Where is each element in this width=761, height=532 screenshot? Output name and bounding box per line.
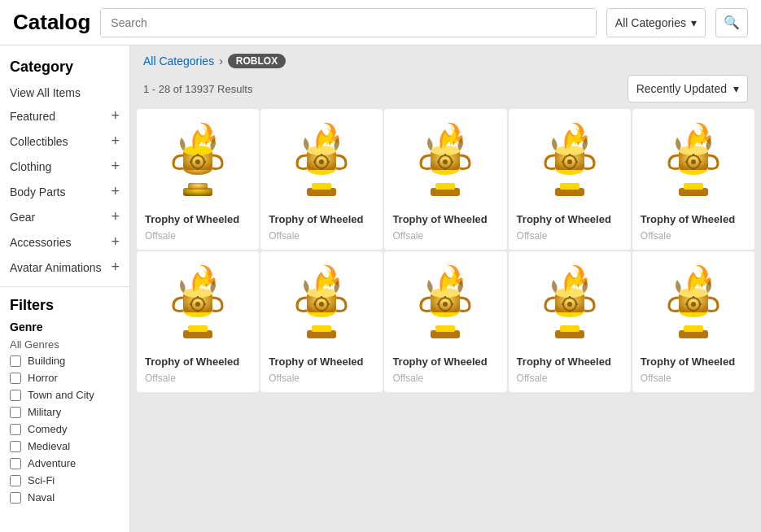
svg-rect-78	[435, 325, 455, 332]
item-name: Trophy of Wheeled	[641, 213, 735, 227]
genre-label: Sci-Fi	[28, 474, 55, 486]
item-card[interactable]: Trophy of Wheeled Offsale	[137, 109, 259, 250]
sidebar-item-avatar-animations[interactable]: Avatar Animations +	[0, 255, 129, 280]
item-card[interactable]: Trophy of Wheeled Offsale	[632, 109, 754, 250]
item-card[interactable]: Trophy of Wheeled Offsale	[384, 109, 506, 250]
genre-checkbox-naval[interactable]	[10, 492, 21, 504]
trophy-icon	[661, 121, 726, 203]
genre-item-naval[interactable]: Naval	[0, 489, 129, 506]
genre-checkbox-comedy[interactable]	[10, 424, 21, 435]
genre-checkbox-adventure[interactable]	[10, 458, 21, 469]
sidebar-item-label: Collectibles	[10, 135, 68, 148]
genre-item-town-and-city[interactable]: Town and City	[0, 386, 129, 403]
genre-checkbox-medieval[interactable]	[10, 441, 21, 452]
sidebar-item-featured[interactable]: Featured +	[0, 103, 129, 129]
item-status: Offsale	[392, 373, 423, 384]
sidebar-item-clothing[interactable]: Clothing +	[0, 154, 129, 179]
genre-label: Medieval	[28, 440, 70, 452]
svg-point-6	[195, 159, 200, 164]
category-select[interactable]: All Categories ▾	[606, 8, 706, 37]
trophy-icon	[413, 264, 478, 345]
svg-rect-45	[684, 183, 703, 190]
item-name: Trophy of Wheeled	[641, 355, 735, 369]
sidebar-item-view-all[interactable]: View All Items	[0, 82, 129, 103]
content-header: All Categories › ROBLOX	[130, 46, 761, 73]
genre-checkbox-building[interactable]	[10, 355, 21, 367]
svg-point-94	[567, 302, 572, 307]
genre-item-military[interactable]: Military	[0, 403, 129, 421]
chevron-down-icon: ▾	[691, 16, 697, 29]
sidebar-item-body-parts[interactable]: Body Parts +	[0, 179, 129, 204]
results-count: 1 - 28 of 13937 Results	[143, 83, 252, 95]
genre-item-horror[interactable]: Horror	[0, 369, 129, 386]
sidebar-item-label: Accessories	[10, 236, 71, 249]
item-card[interactable]: Trophy of Wheeled Offsale	[509, 251, 631, 392]
sidebar-item-label: Body Parts	[10, 185, 65, 198]
sidebar-item-collectibles[interactable]: Collectibles +	[0, 129, 129, 154]
item-card[interactable]: Trophy of Wheeled Offsale	[260, 251, 383, 392]
item-image-area	[392, 117, 498, 207]
svg-rect-56	[188, 325, 208, 332]
item-image-area	[517, 259, 623, 349]
sort-chevron-icon: ▾	[733, 82, 739, 95]
genre-checkbox-sci-fi[interactable]	[10, 475, 21, 486]
item-status: Offsale	[517, 230, 548, 242]
item-image-area	[145, 259, 251, 349]
sidebar-item-label: Clothing	[10, 160, 51, 173]
svg-rect-100	[684, 325, 703, 332]
expand-icon: +	[111, 133, 120, 150]
item-card[interactable]: Trophy of Wheeled Offsale	[384, 251, 506, 392]
genre-checkbox-town-and-city[interactable]	[10, 390, 21, 401]
item-name: Trophy of Wheeled	[392, 355, 487, 369]
search-button[interactable]: 🔍	[715, 8, 748, 37]
sidebar-divider	[0, 286, 129, 287]
search-input[interactable]	[101, 9, 596, 37]
item-card[interactable]: Trophy of Wheeled Offsale	[509, 109, 631, 250]
results-row: 1 - 28 of 13937 Results Recently Updated…	[130, 73, 761, 109]
sidebar-item-accessories[interactable]: Accessories +	[0, 229, 129, 255]
filters-section-title: Filters	[0, 294, 129, 317]
item-image-area	[269, 117, 374, 207]
sidebar-item-gear[interactable]: Gear +	[0, 204, 129, 229]
svg-rect-34	[560, 183, 579, 190]
svg-point-83	[443, 302, 448, 307]
trophy-icon	[661, 264, 726, 345]
breadcrumb-all-categories[interactable]: All Categories	[143, 55, 214, 68]
item-status: Offsale	[517, 373, 548, 384]
genre-item-sci-fi[interactable]: Sci-Fi	[0, 472, 129, 489]
svg-rect-23	[435, 183, 455, 190]
trophy-icon	[537, 121, 602, 203]
genre-item-medieval[interactable]: Medieval	[0, 438, 129, 455]
sidebar-item-label: Avatar Animations	[10, 261, 102, 274]
item-image-area	[641, 259, 746, 349]
main-layout: Category View All Items Featured + Colle…	[0, 46, 761, 532]
header: Catalog All Categories ▾ 🔍	[0, 0, 761, 46]
svg-rect-89	[560, 325, 579, 332]
genre-label: Military	[28, 406, 61, 418]
item-card[interactable]: Trophy of Wheeled Offsale	[632, 251, 754, 392]
expand-icon: +	[111, 158, 120, 175]
item-card[interactable]: Trophy of Wheeled Offsale	[137, 251, 259, 392]
expand-icon: +	[111, 107, 120, 124]
genre-item-building[interactable]: Building	[0, 352, 129, 369]
item-status: Offsale	[392, 230, 423, 242]
content-area: All Categories › ROBLOX 1 - 28 of 13937 …	[130, 46, 761, 532]
sort-label: Recently Updated	[636, 82, 727, 95]
expand-icon: +	[111, 233, 120, 251]
genre-checkbox-horror[interactable]	[10, 373, 21, 384]
item-image-area	[269, 259, 374, 349]
genre-item-adventure[interactable]: Adventure	[0, 455, 129, 472]
svg-rect-1	[188, 183, 208, 190]
svg-rect-67	[312, 325, 331, 332]
item-card[interactable]: Trophy of Wheeled Offsale	[260, 109, 383, 250]
genre-label: Building	[28, 355, 65, 367]
svg-point-39	[567, 159, 572, 164]
genre-item-comedy[interactable]: Comedy	[0, 421, 129, 438]
genre-label: Adventure	[28, 457, 76, 469]
genre-all-link[interactable]: All Genres	[0, 337, 129, 352]
genre-label: Town and City	[28, 389, 94, 401]
trophy-icon	[289, 264, 354, 345]
sort-select[interactable]: Recently Updated ▾	[628, 75, 748, 102]
genre-checkbox-military[interactable]	[10, 407, 21, 418]
item-name: Trophy of Wheeled	[517, 355, 611, 369]
